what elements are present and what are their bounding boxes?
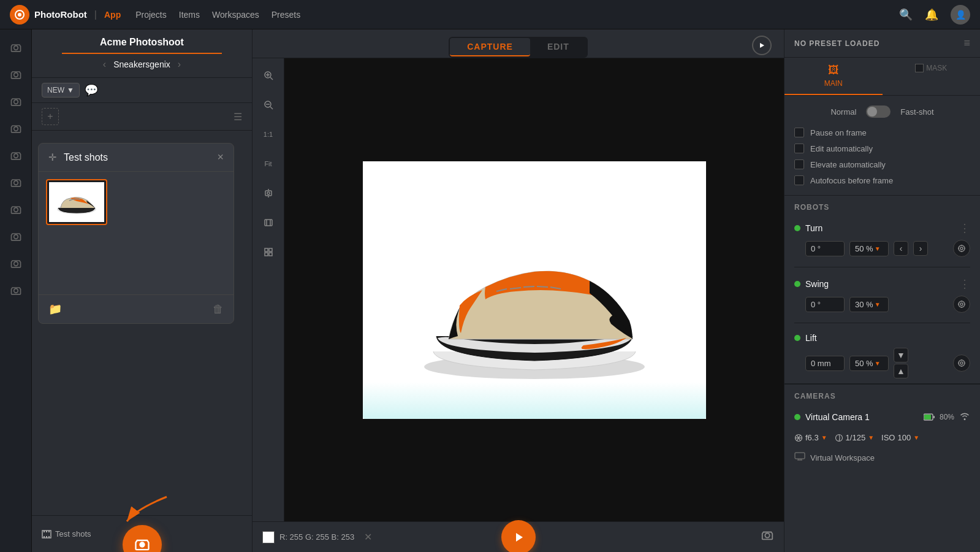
sidebar-icon-camera-1[interactable] bbox=[5, 37, 27, 59]
normal-label: Normal bbox=[830, 107, 856, 117]
swing-pct-dropdown[interactable]: ▼ bbox=[875, 301, 881, 308]
next-project-btn[interactable]: › bbox=[178, 59, 181, 70]
right-panel-menu[interactable]: ≡ bbox=[963, 37, 970, 50]
nav-projects[interactable]: Projects bbox=[135, 10, 167, 20]
lift-pct-dropdown[interactable]: ▼ bbox=[875, 360, 881, 367]
film-button[interactable] bbox=[259, 213, 278, 232]
lift-target-button[interactable] bbox=[953, 355, 970, 372]
project-title: Acme Photoshoot bbox=[42, 37, 242, 48]
lift-down-button[interactable]: ▼ bbox=[894, 348, 908, 362]
right-tab-mask[interactable]: MASK bbox=[883, 58, 981, 95]
user-avatar[interactable]: 👤 bbox=[951, 5, 970, 25]
color-close-button[interactable]: ✕ bbox=[364, 531, 372, 543]
zoom-in-button[interactable] bbox=[259, 66, 278, 85]
turn-degree-field[interactable]: 0 ° bbox=[805, 241, 845, 256]
edit-automatically-label: Edit automatically bbox=[810, 144, 873, 153]
fit-button[interactable]: Fit bbox=[259, 154, 278, 174]
sidebar-icon-camera-2[interactable] bbox=[5, 64, 27, 86]
capture-fab-button[interactable] bbox=[123, 525, 162, 552]
new-button[interactable]: NEW ▼ bbox=[42, 83, 80, 98]
edit-automatically-checkbox[interactable] bbox=[794, 144, 804, 153]
aperture-value: f6.3 bbox=[805, 433, 819, 442]
nav-presets[interactable]: Presets bbox=[272, 10, 300, 20]
sidebar-icon-camera-10[interactable] bbox=[5, 280, 27, 302]
turn-more-button[interactable]: ⋮ bbox=[959, 221, 970, 235]
svg-rect-79 bbox=[795, 453, 805, 459]
swing-degree-field[interactable]: 0 ° bbox=[805, 297, 845, 312]
test-shots-bottom-text: Test shots bbox=[55, 529, 91, 539]
sidebar-icon-camera-7[interactable] bbox=[5, 199, 27, 221]
image-area bbox=[284, 58, 784, 521]
svg-rect-17 bbox=[44, 531, 45, 532]
test-shot-thumbnail[interactable] bbox=[46, 179, 107, 225]
comment-button[interactable]: 💬 bbox=[85, 83, 98, 97]
flash-button[interactable] bbox=[259, 183, 278, 203]
swing-target-button[interactable] bbox=[953, 296, 970, 313]
search-icon[interactable]: 🔍 bbox=[899, 8, 913, 21]
camera-bottom-button[interactable] bbox=[761, 529, 774, 545]
turn-prev-button[interactable]: ‹ bbox=[894, 241, 908, 256]
svg-point-6 bbox=[13, 154, 18, 158]
mask-checkbox[interactable] bbox=[915, 64, 924, 72]
folder-icon[interactable]: 📁 bbox=[48, 302, 62, 316]
svg-point-14 bbox=[139, 542, 145, 547]
autofocus-before-frame-checkbox[interactable] bbox=[794, 175, 804, 185]
shot-mode-toggle[interactable] bbox=[866, 105, 891, 118]
shutter-dropdown[interactable]: ▼ bbox=[868, 434, 874, 441]
sidebar-icon-camera-6[interactable] bbox=[5, 172, 27, 194]
turn-next-button[interactable]: › bbox=[913, 241, 928, 256]
add-item-button[interactable]: + bbox=[42, 108, 59, 125]
one-to-one-button[interactable]: 1:1 bbox=[259, 125, 278, 144]
bell-icon[interactable]: 🔔 bbox=[925, 8, 938, 21]
popup-header: ✛ Test shots × bbox=[39, 144, 234, 172]
turn-pct-field[interactable]: 50 % ▼ bbox=[849, 241, 889, 256]
svg-point-62 bbox=[959, 360, 965, 366]
test-shots-popup: ✛ Test shots × bbox=[38, 143, 234, 324]
lift-mm-field[interactable]: 0 mm bbox=[805, 356, 845, 371]
play-top-button[interactable] bbox=[752, 36, 772, 55]
popup-close-button[interactable]: × bbox=[217, 151, 224, 164]
swing-more-button[interactable]: ⋮ bbox=[959, 277, 970, 291]
logo: PhotoRobot | App bbox=[10, 5, 121, 25]
swing-pct-field[interactable]: 30 % ▼ bbox=[849, 297, 889, 312]
aperture-dropdown[interactable]: ▼ bbox=[821, 434, 827, 441]
shot-mode-toggle-row: Normal Fast-shot bbox=[784, 96, 980, 128]
svg-line-45 bbox=[523, 286, 534, 287]
pause-on-frame-checkbox[interactable] bbox=[794, 128, 804, 137]
sidebar-icon-camera-5[interactable] bbox=[5, 145, 27, 167]
sidebar-icon-camera-4[interactable] bbox=[5, 118, 27, 140]
camera-status-dot bbox=[794, 414, 800, 420]
iso-value: 100 bbox=[897, 433, 911, 442]
thumb-inner bbox=[49, 182, 104, 222]
sidebar-icon-camera-3[interactable] bbox=[5, 91, 27, 113]
elevate-automatically-label: Elevate automatically bbox=[810, 160, 886, 169]
sidebar-icon-camera-8[interactable] bbox=[5, 226, 27, 248]
svg-rect-31 bbox=[265, 191, 272, 196]
svg-point-32 bbox=[267, 192, 270, 194]
toggle-knob bbox=[867, 107, 877, 117]
grid-button[interactable] bbox=[259, 242, 278, 262]
iso-dropdown[interactable]: ▼ bbox=[913, 434, 919, 441]
capture-tab[interactable]: CAPTURE bbox=[450, 38, 530, 56]
turn-pct-dropdown[interactable]: ▼ bbox=[875, 245, 881, 252]
elevate-automatically-checkbox[interactable] bbox=[794, 159, 804, 169]
sidebar-icon-camera-9[interactable] bbox=[5, 253, 27, 275]
iso-label: ISO bbox=[881, 433, 895, 442]
icon-sidebar bbox=[0, 29, 32, 552]
nav-items[interactable]: Items bbox=[179, 10, 200, 20]
svg-point-3 bbox=[13, 73, 18, 77]
zoom-out-button[interactable] bbox=[259, 95, 278, 115]
lift-pct-field[interactable]: 50 % ▼ bbox=[849, 356, 889, 371]
lift-up-button[interactable]: ▲ bbox=[894, 364, 908, 378]
play-fab-button[interactable] bbox=[501, 520, 536, 552]
edit-tab[interactable]: EDIT bbox=[530, 38, 587, 56]
swing-robot-row: Swing ⋮ 0 ° 30 % ▼ bbox=[784, 272, 980, 318]
nav-workspaces[interactable]: Workspaces bbox=[212, 10, 259, 20]
turn-target-button[interactable] bbox=[953, 240, 970, 257]
svg-marker-23 bbox=[760, 43, 764, 48]
drag-icon: ✛ bbox=[48, 151, 56, 163]
sort-button[interactable]: ☰ bbox=[234, 111, 242, 123]
delete-icon[interactable]: 🗑 bbox=[213, 303, 224, 316]
right-tab-main[interactable]: 🖼 MAIN bbox=[784, 58, 883, 95]
prev-project-btn[interactable]: ‹ bbox=[103, 59, 106, 70]
